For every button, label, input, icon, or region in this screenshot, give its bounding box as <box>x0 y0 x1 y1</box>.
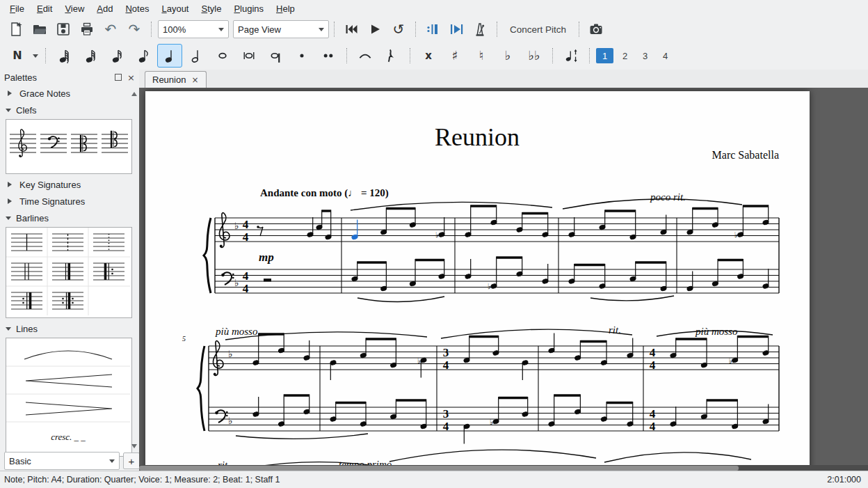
pan-score-button[interactable] <box>444 18 468 40</box>
quarter-rest-icon <box>383 47 400 64</box>
voice-2-button[interactable]: 2 <box>616 48 634 63</box>
duration-64th-button[interactable] <box>51 44 77 68</box>
metronome-icon <box>472 22 488 37</box>
palette-section-key-signatures[interactable]: Key Signatures <box>0 176 139 193</box>
tab-reunion[interactable]: Reunion × <box>145 71 207 88</box>
augmentation-dot-icon <box>294 47 310 64</box>
sixteenth-note-icon <box>108 47 125 64</box>
palette-section-barlines[interactable]: Barlines <box>0 210 139 226</box>
menu-layout[interactable]: Layout <box>156 1 194 16</box>
play-button[interactable] <box>363 18 387 40</box>
score-page[interactable]: ♭♭4444♭♭♭♭♭34344444♭♭♭Reunion Marc Sabat… <box>145 91 810 471</box>
status-bar: Note; Pitch: A4; Duration: Quarter; Voic… <box>0 471 868 488</box>
play-repeats-button[interactable] <box>421 18 444 40</box>
loop-playback-button[interactable]: ↺ <box>387 18 410 40</box>
image-capture-button[interactable] <box>584 18 608 40</box>
augmentation-dot-button[interactable] <box>289 44 314 68</box>
voice-4-button[interactable]: 4 <box>657 48 674 63</box>
menu-style[interactable]: Style <box>195 1 227 16</box>
print-button[interactable] <box>75 18 99 40</box>
double-dot-button[interactable] <box>316 44 341 68</box>
palette-scroll-down-icon[interactable] <box>131 444 137 451</box>
chevron-down-icon <box>33 54 38 61</box>
menu-add[interactable]: Add <box>91 1 118 16</box>
double-flat-button[interactable]: ♭♭ <box>522 44 547 68</box>
note-input-button[interactable]: N <box>5 44 30 68</box>
natural-button[interactable]: ♮ <box>469 44 494 68</box>
save-button[interactable] <box>51 18 75 40</box>
metronome-button[interactable] <box>468 18 492 40</box>
lines-palette-cells: cresc. _ _ <box>6 338 130 454</box>
palette-section-label: Key Signatures <box>19 180 81 190</box>
duration-breve-button[interactable] <box>236 44 262 68</box>
palette-section-time-signatures[interactable]: Time Signatures <box>0 193 139 210</box>
expression-piu-mosso-2[interactable]: più mosso <box>695 326 738 337</box>
palettes-header: Palettes × <box>0 70 139 85</box>
lines-palette[interactable]: cresc. _ _ <box>6 338 132 457</box>
expression-piu-mosso-1[interactable]: più mosso <box>215 326 258 337</box>
add-palette-button[interactable]: + <box>123 452 139 469</box>
rewind-button[interactable] <box>339 18 363 40</box>
flat-button[interactable]: ♭ <box>495 44 520 68</box>
crescendo-line-label[interactable]: cresc. _ _ <box>51 432 86 442</box>
svg-text:4: 4 <box>243 282 249 295</box>
menu-help[interactable]: Help <box>271 1 300 16</box>
open-button[interactable] <box>28 18 51 40</box>
duration-eighth-button[interactable] <box>131 44 156 68</box>
palette-section-grace-notes[interactable]: Grace Notes <box>0 85 139 102</box>
duration-half-button[interactable] <box>184 44 209 68</box>
concert-pitch-button[interactable]: Concert Pitch <box>502 18 574 40</box>
score-composer[interactable]: Marc Sabatella <box>712 149 779 161</box>
palette-section-clefs[interactable]: Clefs <box>0 102 139 118</box>
close-panel-icon[interactable]: × <box>127 72 135 83</box>
sharp-button[interactable]: ♯ <box>442 44 467 68</box>
dynamic-mp[interactable]: mp <box>259 251 274 264</box>
menu-view[interactable]: View <box>59 1 90 16</box>
scrollbar-handle[interactable] <box>139 466 739 471</box>
double-sharp-button[interactable]: x <box>416 44 441 68</box>
redo-button[interactable]: ↷ <box>122 18 146 40</box>
clefs-palette[interactable] <box>6 119 132 174</box>
note-input-toolbar: N x ♯ ♮ ♭ ♭♭ 1 2 3 4 <box>0 42 868 70</box>
svg-text:♭: ♭ <box>228 348 233 359</box>
duration-whole-button[interactable] <box>210 44 235 68</box>
pan-playback-icon <box>449 22 464 37</box>
duration-16th-button[interactable] <box>104 44 129 68</box>
palette-scroll-up-icon[interactable] <box>131 89 137 96</box>
close-tab-icon[interactable]: × <box>191 75 198 85</box>
voice-3-button[interactable]: 3 <box>636 48 654 63</box>
duration-32nd-button[interactable] <box>78 44 103 68</box>
new-score-button[interactable] <box>4 18 28 40</box>
whole-note-icon <box>214 47 231 64</box>
tie-button[interactable] <box>353 44 378 68</box>
menu-notes[interactable]: Notes <box>120 1 154 16</box>
expression-poco-rit[interactable]: poco rit. <box>650 191 686 203</box>
barlines-palette-cells <box>6 228 130 315</box>
flip-direction-button[interactable] <box>558 44 584 68</box>
undo-button[interactable]: ↶ <box>99 18 122 40</box>
expression-rit-1[interactable]: rit. <box>609 324 621 336</box>
menu-file[interactable]: File <box>4 1 30 16</box>
score-canvas[interactable]: ♭♭4444♭♭♭♭♭34344444♭♭♭Reunion Marc Sabat… <box>139 88 868 471</box>
palette-section-lines[interactable]: Lines <box>0 320 139 337</box>
undock-panel-icon[interactable] <box>115 74 122 81</box>
note-input-dropdown[interactable] <box>31 45 40 66</box>
svg-text:♭: ♭ <box>234 277 239 288</box>
duration-longa-button[interactable] <box>263 44 288 68</box>
score-title[interactable]: Reunion <box>435 123 520 151</box>
tempo-text[interactable]: Andante con moto (♩ = 120) <box>260 187 389 199</box>
toolbar-separator <box>334 22 335 37</box>
toolbar-separator <box>579 22 579 37</box>
view-mode-select[interactable]: Page View <box>233 20 329 38</box>
menu-edit[interactable]: Edit <box>31 1 58 16</box>
toolbar-separator <box>410 48 410 63</box>
menu-plugins[interactable]: Plugins <box>228 1 269 16</box>
voice-1-button[interactable]: 1 <box>596 48 613 63</box>
zoom-select[interactable]: 100% <box>158 20 229 38</box>
score-view: Reunion × <box>139 70 868 471</box>
rest-button[interactable] <box>379 44 404 68</box>
duration-quarter-button[interactable] <box>157 44 182 68</box>
palette-section-label: Clefs <box>16 105 37 116</box>
barlines-palette[interactable] <box>6 227 132 318</box>
workspace-select[interactable]: Basic <box>4 452 120 470</box>
